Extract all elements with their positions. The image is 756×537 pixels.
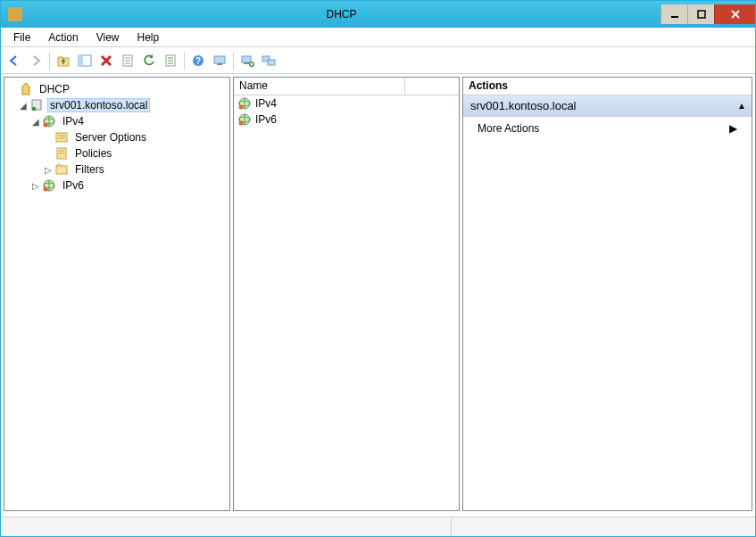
tree-label: Policies: [72, 146, 114, 161]
window-controls: [660, 4, 755, 24]
nav-forward-button[interactable]: [26, 51, 46, 70]
ipv4-icon: [237, 96, 252, 111]
action-more-actions[interactable]: More Actions ▶: [463, 117, 752, 140]
minimize-button[interactable]: [660, 4, 687, 24]
menu-view[interactable]: View: [87, 29, 129, 45]
tree-server[interactable]: ◢ srv001.kontoso.local: [4, 97, 229, 113]
add-server-button[interactable]: [237, 51, 257, 70]
list-body[interactable]: IPv4 IPv6: [234, 95, 459, 510]
server-status-button[interactable]: [259, 51, 278, 70]
svg-point-44: [44, 187, 48, 192]
status-cell-right: [452, 517, 755, 536]
dhcp-mmc-window: DHCP File Action View Help ?: [0, 0, 756, 537]
tree-policies[interactable]: ▷ Policies: [4, 145, 229, 161]
help-button[interactable]: ?: [188, 51, 208, 70]
actions-body: More Actions ▶: [463, 117, 752, 510]
content-area: ▷ DHCP ◢ srv001.kontoso.local ◢ IPv4 ▷: [1, 74, 755, 514]
list-item-label: IPv4: [255, 97, 277, 110]
refresh-button[interactable]: [139, 51, 159, 70]
policies-icon: [54, 146, 69, 161]
statusbar: [1, 516, 755, 536]
tree-label: IPv4: [60, 114, 87, 128]
action-label: More Actions: [478, 122, 539, 135]
manage-authorized-servers-button[interactable]: [210, 51, 229, 70]
menu-action[interactable]: Action: [39, 29, 87, 45]
tree-label: srv001.kontoso.local: [47, 98, 150, 112]
svg-point-48: [239, 105, 244, 110]
svg-point-29: [32, 107, 36, 111]
svg-rect-21: [242, 56, 251, 62]
separator: [233, 52, 234, 70]
nav-back-button[interactable]: [4, 51, 24, 70]
window-title: DHCP: [22, 8, 660, 21]
tree-server-options[interactable]: ▷ Server Options: [4, 129, 229, 145]
column-name[interactable]: Name: [234, 78, 405, 95]
toolbar: ?: [1, 47, 755, 74]
dhcp-icon: [19, 82, 33, 96]
menu-help[interactable]: Help: [129, 29, 169, 45]
ipv6-icon: [237, 112, 252, 127]
actions-context-label: srv001.kontoso.local: [470, 99, 577, 112]
menu-file[interactable]: File: [4, 29, 39, 45]
tree-label: Server Options: [72, 130, 149, 145]
status-cell-left: [1, 517, 452, 536]
actions-context[interactable]: srv001.kontoso.local ▲: [463, 95, 752, 117]
svg-rect-27: [268, 60, 275, 65]
titlebar: DHCP: [1, 1, 755, 28]
tree-ipv4[interactable]: ◢ IPv4: [4, 113, 229, 129]
menubar: File Action View Help: [1, 28, 755, 47]
tree-root-dhcp[interactable]: ▷ DHCP: [4, 81, 229, 97]
svg-point-33: [44, 123, 48, 128]
server-options-icon: [54, 130, 69, 145]
expander-icon[interactable]: ◢: [17, 99, 29, 112]
separator: [49, 52, 50, 70]
svg-rect-34: [56, 133, 67, 142]
ipv4-icon: [42, 114, 56, 128]
app-icon: [8, 7, 22, 21]
properties-button[interactable]: [118, 51, 137, 70]
svg-rect-22: [244, 62, 249, 64]
expander-icon[interactable]: ▷: [42, 163, 54, 176]
server-icon: [29, 98, 44, 112]
collapse-icon[interactable]: ▲: [737, 101, 746, 111]
actions-pane: Actions srv001.kontoso.local ▲ More Acti…: [462, 77, 752, 511]
scope-tree[interactable]: ▷ DHCP ◢ srv001.kontoso.local ◢ IPv4 ▷: [4, 79, 229, 508]
results-pane: Name IPv4 IPv6: [233, 77, 460, 511]
chevron-right-icon: ▶: [729, 122, 737, 135]
tree-ipv6[interactable]: ▷ IPv6: [4, 178, 229, 194]
separator: [184, 52, 185, 70]
svg-rect-19: [214, 56, 225, 63]
svg-text:?: ?: [195, 56, 201, 66]
export-list-button[interactable]: [161, 51, 180, 70]
svg-rect-6: [79, 55, 83, 66]
list-item-ipv6[interactable]: IPv6: [234, 112, 459, 128]
expander-icon[interactable]: ◢: [29, 115, 42, 128]
maximize-button[interactable]: [687, 4, 714, 24]
tree-filters[interactable]: ▷ Filters: [4, 161, 229, 178]
tree-label: IPv6: [60, 178, 87, 193]
ipv6-icon: [42, 178, 56, 193]
expander-icon[interactable]: ▷: [29, 179, 42, 192]
delete-button[interactable]: [96, 51, 116, 70]
actions-header: Actions: [463, 78, 752, 95]
list-header[interactable]: Name: [234, 78, 459, 95]
filters-icon: [54, 162, 69, 177]
svg-rect-40: [56, 166, 67, 174]
close-button[interactable]: [714, 4, 755, 24]
up-button[interactable]: [54, 51, 73, 70]
tree-pane: ▷ DHCP ◢ srv001.kontoso.local ◢ IPv4 ▷: [4, 77, 230, 511]
list-item-label: IPv6: [255, 113, 277, 126]
tree-label: Filters: [72, 162, 107, 177]
svg-point-52: [239, 121, 244, 126]
show-hide-tree-button[interactable]: [75, 51, 95, 70]
svg-rect-20: [217, 63, 222, 65]
list-item-ipv4[interactable]: IPv4: [234, 95, 459, 112]
column-blank[interactable]: [405, 78, 459, 95]
tree-label: DHCP: [37, 82, 72, 96]
svg-rect-1: [698, 11, 705, 18]
